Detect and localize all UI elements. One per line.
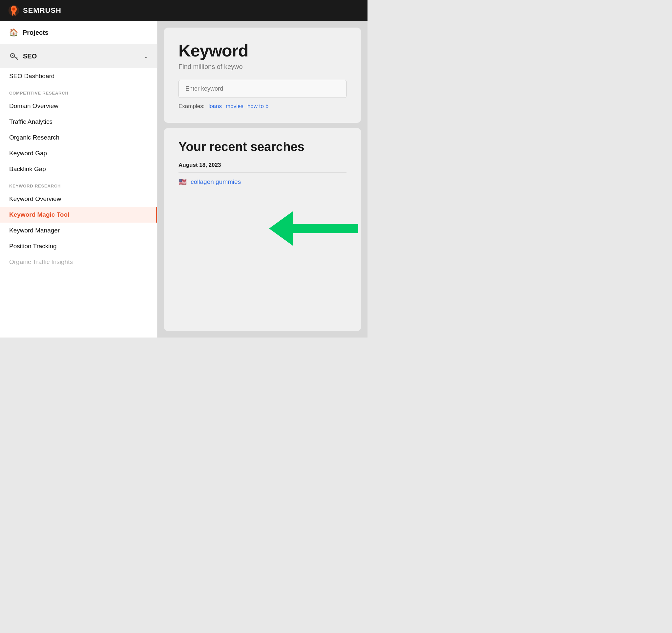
seo-nav-item[interactable]: SEO ⌄ [0, 44, 157, 68]
semrush-logo-icon [8, 5, 20, 17]
key-icon [9, 51, 18, 61]
sidebar: 🏠 Projects SEO ⌄ SEO Dashboard COMPETITI… [0, 21, 158, 337]
sidebar-item-domain-overview[interactable]: Domain Overview [0, 98, 157, 114]
sidebar-item-traffic-analytics[interactable]: Traffic Analytics [0, 114, 157, 130]
sidebar-item-organic-traffic-insights: Organic Traffic Insights [0, 254, 157, 270]
keyword-search-input[interactable] [185, 85, 340, 92]
main-layout: 🏠 Projects SEO ⌄ SEO Dashboard COMPETITI… [0, 21, 367, 337]
seo-label: SEO [23, 52, 139, 60]
chevron-down-icon: ⌄ [144, 53, 148, 60]
examples-row: Examples: loans movies how to b [178, 103, 346, 110]
example-how-to-b[interactable]: how to b [247, 103, 268, 110]
content-area: Keyword Find millions of keywo Examples:… [158, 21, 367, 337]
logo-container[interactable]: SEMRUSH [8, 5, 62, 17]
example-loans[interactable]: loans [208, 103, 222, 110]
keyword-tool-subtitle: Find millions of keywo [178, 63, 346, 71]
us-flag-icon: 🇺🇸 [178, 178, 187, 186]
keyword-tool-title: Keyword [178, 41, 346, 61]
home-icon: 🏠 [9, 28, 18, 37]
sidebar-item-backlink-gap[interactable]: Backlink Gap [0, 161, 157, 177]
projects-nav-item[interactable]: 🏠 Projects [0, 21, 157, 44]
sidebar-item-position-tracking[interactable]: Position Tracking [0, 238, 157, 254]
keyword-tool-card: Keyword Find millions of keywo Examples:… [164, 28, 361, 123]
sidebar-item-keyword-overview[interactable]: Keyword Overview [0, 191, 157, 207]
recent-search-link[interactable]: collagen gummies [191, 178, 241, 186]
recent-date-label: August 18, 2023 [178, 162, 346, 168]
date-divider [178, 172, 346, 173]
svg-line-4 [14, 56, 18, 60]
sidebar-item-keyword-magic-tool[interactable]: Keyword Magic Tool [0, 207, 157, 222]
example-movies[interactable]: movies [226, 103, 243, 110]
examples-label: Examples: [178, 103, 205, 110]
projects-label: Projects [23, 29, 49, 37]
recent-searches-card: Your recent searches August 18, 2023 🇺🇸 … [164, 128, 361, 331]
svg-point-1 [13, 7, 16, 10]
sidebar-item-organic-research[interactable]: Organic Research [0, 130, 157, 145]
sidebar-item-keyword-gap[interactable]: Keyword Gap [0, 145, 157, 161]
recent-search-row: 🇺🇸 collagen gummies [178, 178, 346, 186]
svg-point-3 [12, 55, 13, 56]
keyword-search-input-wrap[interactable] [178, 80, 346, 98]
sidebar-item-keyword-manager[interactable]: Keyword Manager [0, 222, 157, 238]
logo-text: SEMRUSH [23, 6, 62, 15]
top-header: SEMRUSH [0, 0, 367, 21]
sidebar-item-seo-dashboard[interactable]: SEO Dashboard [0, 68, 157, 84]
keyword-research-section-label: KEYWORD RESEARCH [0, 177, 157, 191]
recent-searches-title: Your recent searches [178, 140, 346, 154]
competitive-research-section-label: COMPETITIVE RESEARCH [0, 84, 157, 98]
